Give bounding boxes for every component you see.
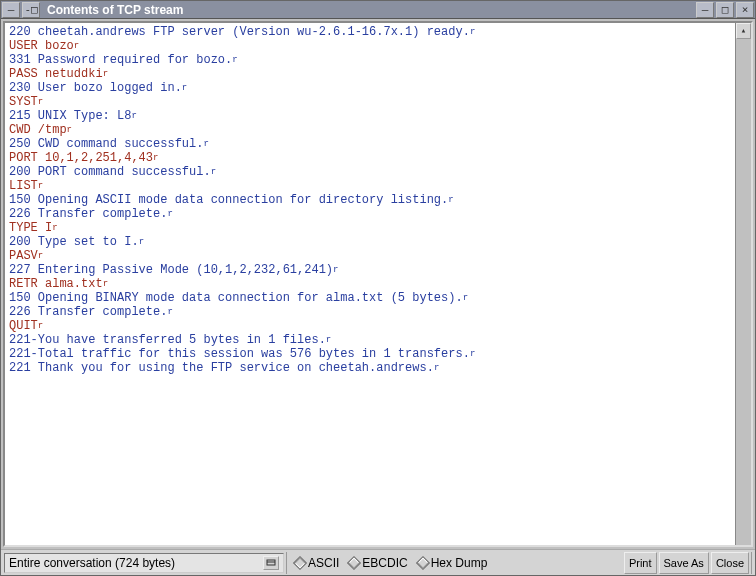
- line-text: 250 CWD command successful.: [9, 137, 203, 151]
- client-line[interactable]: TYPE Ir: [9, 221, 747, 235]
- pin-icon[interactable]: -□: [22, 2, 40, 18]
- cr-marker: r: [153, 153, 158, 163]
- maximize-icon[interactable]: □: [716, 2, 734, 18]
- cr-marker: r: [333, 265, 338, 275]
- radio-diamond-icon: [347, 555, 361, 569]
- cr-marker: r: [434, 363, 439, 373]
- line-text: 226 Transfer complete.: [9, 305, 167, 319]
- line-text: USER bozo: [9, 39, 74, 53]
- cr-marker: r: [167, 307, 172, 317]
- print-button[interactable]: Print: [624, 552, 657, 574]
- encoding-radio-ascii[interactable]: ASCII: [295, 556, 339, 570]
- window-title: Contents of TCP stream: [41, 3, 189, 17]
- line-text: RETR alma.txt: [9, 277, 103, 291]
- line-text: PORT 10,1,2,251,4,43: [9, 151, 153, 165]
- cr-marker: r: [131, 111, 136, 121]
- line-text: 230 User bozo logged in.: [9, 81, 182, 95]
- window-menu-icon[interactable]: —: [2, 2, 20, 18]
- cr-marker: r: [139, 237, 144, 247]
- cr-marker: r: [182, 83, 187, 93]
- cr-marker: r: [448, 195, 453, 205]
- line-text: 227 Entering Passive Mode (10,1,2,232,61…: [9, 263, 333, 277]
- line-text: 200 PORT command successful.: [9, 165, 211, 179]
- cr-marker: r: [463, 293, 468, 303]
- radio-label: Hex Dump: [431, 556, 488, 570]
- close-icon[interactable]: ×: [736, 2, 754, 18]
- server-line[interactable]: 230 User bozo logged in.r: [9, 81, 747, 95]
- line-text: 221-You have transferred 5 bytes in 1 fi…: [9, 333, 326, 347]
- cr-marker: r: [38, 321, 43, 331]
- line-text: PASS netuddki: [9, 67, 103, 81]
- client-line[interactable]: CWD /tmpr: [9, 123, 747, 137]
- line-text: 221 Thank you for using the FTP service …: [9, 361, 434, 375]
- titlebar[interactable]: — -□ Contents of TCP stream — □ ×: [1, 1, 755, 19]
- line-text: 200 Type set to I.: [9, 235, 139, 249]
- client-line[interactable]: PASS netuddkir: [9, 67, 747, 81]
- line-text: LIST: [9, 179, 38, 193]
- cr-marker: r: [38, 97, 43, 107]
- divider: [286, 552, 287, 574]
- server-line[interactable]: 221 Thank you for using the FTP service …: [9, 361, 747, 375]
- vertical-scrollbar[interactable]: ▴: [735, 23, 751, 545]
- line-text: 150 Opening ASCII mode data connection f…: [9, 193, 448, 207]
- server-line[interactable]: 226 Transfer complete.r: [9, 305, 747, 319]
- client-line[interactable]: PORT 10,1,2,251,4,43r: [9, 151, 747, 165]
- server-line[interactable]: 150 Opening ASCII mode data connection f…: [9, 193, 747, 207]
- conversation-selector[interactable]: Entire conversation (724 bytes): [4, 553, 284, 573]
- cr-marker: r: [74, 41, 79, 51]
- server-line[interactable]: 200 Type set to I.r: [9, 235, 747, 249]
- client-line[interactable]: PASVr: [9, 249, 747, 263]
- line-text: 331 Password required for bozo.: [9, 53, 232, 67]
- server-line[interactable]: 221-You have transferred 5 bytes in 1 fi…: [9, 333, 747, 347]
- server-line[interactable]: 150 Opening BINARY mode data connection …: [9, 291, 747, 305]
- radio-label: EBCDIC: [362, 556, 407, 570]
- line-text: TYPE I: [9, 221, 52, 235]
- save-as-button[interactable]: Save As: [659, 552, 709, 574]
- line-text: CWD /tmp: [9, 123, 67, 137]
- cr-marker: r: [167, 209, 172, 219]
- client-line[interactable]: USER bozor: [9, 39, 747, 53]
- cr-marker: r: [232, 55, 237, 65]
- server-line[interactable]: 215 UNIX Type: L8r: [9, 109, 747, 123]
- server-line[interactable]: 200 PORT command successful.r: [9, 165, 747, 179]
- radio-label: ASCII: [308, 556, 339, 570]
- cr-marker: r: [470, 27, 475, 37]
- close-button[interactable]: Close: [711, 552, 749, 574]
- conversation-selector-label: Entire conversation (724 bytes): [9, 556, 175, 570]
- line-text: 150 Opening BINARY mode data connection …: [9, 291, 463, 305]
- line-text: 221-Total traffic for this session was 5…: [9, 347, 470, 361]
- cr-marker: r: [211, 167, 216, 177]
- client-line[interactable]: SYSTr: [9, 95, 747, 109]
- encoding-radio-ebcdic[interactable]: EBCDIC: [349, 556, 407, 570]
- server-line[interactable]: 250 CWD command successful.r: [9, 137, 747, 151]
- line-text: PASV: [9, 249, 38, 263]
- radio-diamond-icon: [416, 555, 430, 569]
- cr-marker: r: [203, 139, 208, 149]
- server-line[interactable]: 226 Transfer complete.r: [9, 207, 747, 221]
- server-line[interactable]: 227 Entering Passive Mode (10,1,2,232,61…: [9, 263, 747, 277]
- encoding-radio-hex-dump[interactable]: Hex Dump: [418, 556, 488, 570]
- cr-marker: r: [326, 335, 331, 345]
- dropdown-icon[interactable]: [263, 556, 279, 570]
- client-line[interactable]: LISTr: [9, 179, 747, 193]
- client-line[interactable]: RETR alma.txtr: [9, 277, 747, 291]
- divider: [751, 552, 752, 574]
- line-text: SYST: [9, 95, 38, 109]
- encoding-radio-group: ASCIIEBCDICHex Dump: [289, 556, 493, 570]
- client-line[interactable]: QUITr: [9, 319, 747, 333]
- cr-marker: r: [67, 125, 72, 135]
- cr-marker: r: [470, 349, 475, 359]
- server-line[interactable]: 331 Password required for bozo.r: [9, 53, 747, 67]
- server-line[interactable]: 221-Total traffic for this session was 5…: [9, 347, 747, 361]
- cr-marker: r: [103, 279, 108, 289]
- line-text: 226 Transfer complete.: [9, 207, 167, 221]
- server-line[interactable]: 220 cheetah.andrews FTP server (Version …: [9, 25, 747, 39]
- cr-marker: r: [38, 181, 43, 191]
- stream-content[interactable]: 220 cheetah.andrews FTP server (Version …: [3, 21, 753, 547]
- radio-diamond-icon: [293, 555, 307, 569]
- line-text: QUIT: [9, 319, 38, 333]
- cr-marker: r: [52, 223, 57, 233]
- scroll-up-icon[interactable]: ▴: [736, 23, 751, 39]
- line-text: 215 UNIX Type: L8: [9, 109, 131, 123]
- minimize-icon[interactable]: —: [696, 2, 714, 18]
